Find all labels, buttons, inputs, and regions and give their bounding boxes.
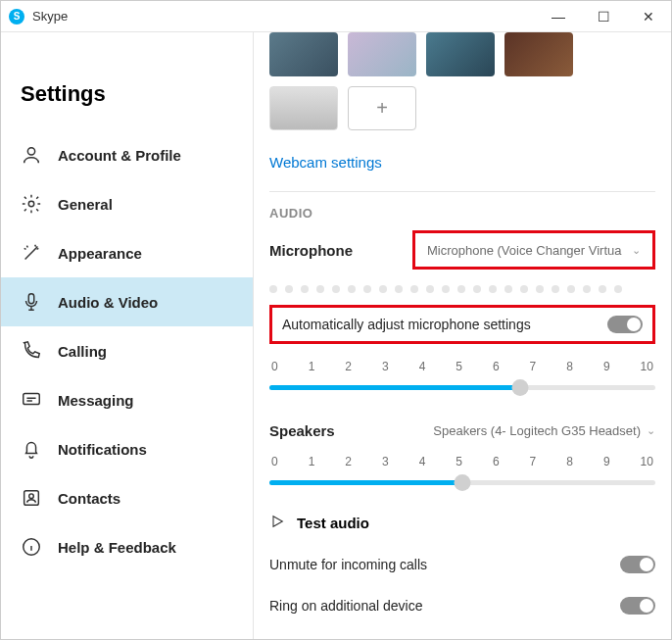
- skype-icon: S: [9, 9, 24, 25]
- wand-icon: [21, 242, 42, 264]
- info-icon: [21, 536, 42, 558]
- gear-icon: [21, 193, 42, 215]
- auto-adjust-toggle[interactable]: [607, 316, 643, 333]
- svg-rect-3: [24, 394, 40, 405]
- microphone-select-value: Microphone (Voice Changer Virtua: [427, 243, 622, 258]
- sidebar-item-calling[interactable]: Calling: [1, 326, 253, 375]
- microphone-slider[interactable]: [269, 377, 655, 397]
- microphone-slider-ticks: 012345678910: [269, 360, 655, 373]
- contacts-icon: [21, 487, 42, 509]
- sidebar-item-messaging[interactable]: Messaging: [1, 375, 253, 424]
- phone-icon: [21, 340, 42, 362]
- main-panel: + Webcam settings AUDIO Microphone Micro…: [254, 32, 671, 639]
- webcam-settings-link[interactable]: Webcam settings: [269, 154, 382, 171]
- person-icon: [21, 144, 42, 166]
- highlight-microphone-select: Microphone (Voice Changer Virtua ⌄: [412, 230, 655, 270]
- microphone-select[interactable]: Microphone (Voice Changer Virtua ⌄: [421, 235, 647, 265]
- sidebar-item-label: Notifications: [58, 441, 147, 458]
- auto-adjust-label: Automatically adjust microphone settings: [282, 317, 531, 332]
- close-button[interactable]: ✕: [626, 1, 671, 32]
- sidebar-item-label: Messaging: [58, 392, 134, 409]
- speakers-slider[interactable]: [269, 472, 655, 492]
- test-audio-button[interactable]: Test audio: [269, 514, 655, 532]
- sidebar-item-appearance[interactable]: Appearance: [1, 228, 253, 277]
- divider: [269, 191, 655, 192]
- window-title: Skype: [32, 9, 68, 24]
- microphone-level-dots: [269, 285, 655, 293]
- play-icon: [269, 514, 285, 532]
- background-thumb[interactable]: [504, 32, 573, 76]
- speakers-select[interactable]: Speakers (4- Logitech G35 Headset) ⌄: [433, 423, 655, 438]
- microphone-slider-wrap: 012345678910: [269, 360, 655, 397]
- bell-icon: [21, 438, 42, 460]
- test-audio-label: Test audio: [297, 515, 369, 531]
- unmute-incoming-toggle[interactable]: [620, 556, 655, 573]
- maximize-button[interactable]: ☐: [581, 1, 626, 32]
- sidebar-item-general[interactable]: General: [1, 179, 253, 228]
- minimize-button[interactable]: —: [536, 1, 581, 32]
- sidebar-item-account-profile[interactable]: Account & Profile: [1, 130, 253, 179]
- speakers-slider-ticks: 012345678910: [269, 455, 655, 468]
- background-thumb[interactable]: [269, 86, 338, 130]
- chevron-down-icon: ⌄: [632, 244, 641, 257]
- svg-marker-7: [273, 517, 282, 527]
- microphone-icon: [21, 291, 42, 313]
- speakers-slider-wrap: 012345678910: [269, 455, 655, 492]
- sidebar-item-label: Contacts: [58, 490, 120, 507]
- ring-additional-label: Ring on additional device: [269, 598, 422, 614]
- settings-heading: Settings: [1, 81, 253, 130]
- sidebar-item-label: Account & Profile: [58, 147, 181, 164]
- svg-point-0: [27, 148, 34, 155]
- chat-icon: [21, 389, 42, 411]
- microphone-label: Microphone: [269, 242, 353, 259]
- sidebar: Settings Account & Profile General Appea…: [1, 32, 254, 639]
- sidebar-item-label: Help & Feedback: [58, 539, 176, 556]
- speakers-select-value: Speakers (4- Logitech G35 Headset): [433, 423, 641, 438]
- titlebar: S Skype — ☐ ✕: [1, 1, 671, 32]
- background-thumbnails-row2: +: [269, 86, 655, 130]
- sidebar-item-audio-video[interactable]: Audio & Video: [1, 277, 253, 326]
- svg-point-1: [28, 201, 34, 207]
- speakers-label: Speakers: [269, 422, 335, 439]
- sidebar-item-notifications[interactable]: Notifications: [1, 424, 253, 473]
- sidebar-item-label: Audio & Video: [58, 294, 158, 311]
- sidebar-item-label: General: [58, 196, 113, 213]
- background-thumb[interactable]: [426, 32, 495, 76]
- sidebar-item-contacts[interactable]: Contacts: [1, 473, 253, 522]
- unmute-incoming-label: Unmute for incoming calls: [269, 557, 427, 572]
- chevron-down-icon: ⌄: [647, 424, 655, 437]
- ring-additional-toggle[interactable]: [620, 597, 655, 615]
- svg-point-5: [29, 494, 34, 499]
- sidebar-item-help-feedback[interactable]: Help & Feedback: [1, 522, 253, 571]
- background-thumb[interactable]: [348, 32, 416, 76]
- background-thumbnails-row1: [269, 32, 655, 76]
- highlight-auto-adjust-row: Automatically adjust microphone settings: [269, 305, 655, 344]
- svg-rect-2: [28, 294, 34, 304]
- background-thumb[interactable]: [269, 32, 338, 76]
- audio-section-label: AUDIO: [269, 206, 655, 221]
- sidebar-item-label: Appearance: [58, 245, 142, 262]
- sidebar-item-label: Calling: [58, 343, 107, 360]
- add-background-button[interactable]: +: [348, 86, 416, 130]
